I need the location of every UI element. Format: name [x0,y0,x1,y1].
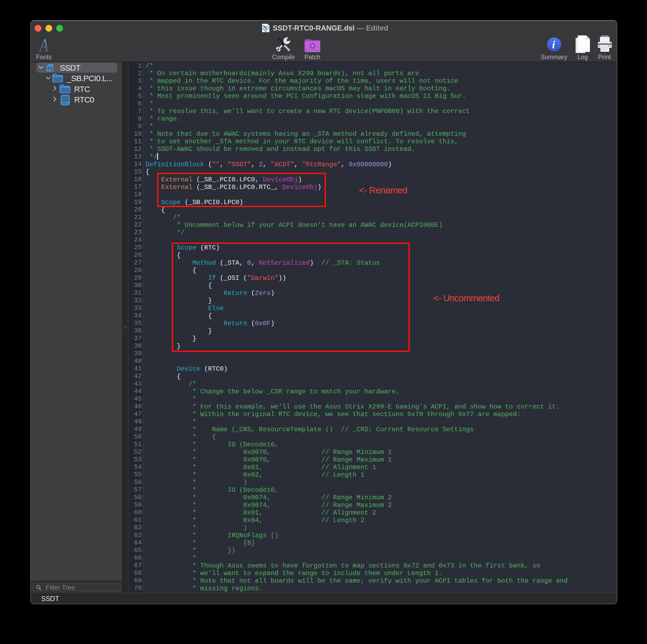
svg-text:DSL: DSL [264,30,268,32]
svg-text:A: A [39,37,49,54]
svg-text:i: i [552,39,555,51]
